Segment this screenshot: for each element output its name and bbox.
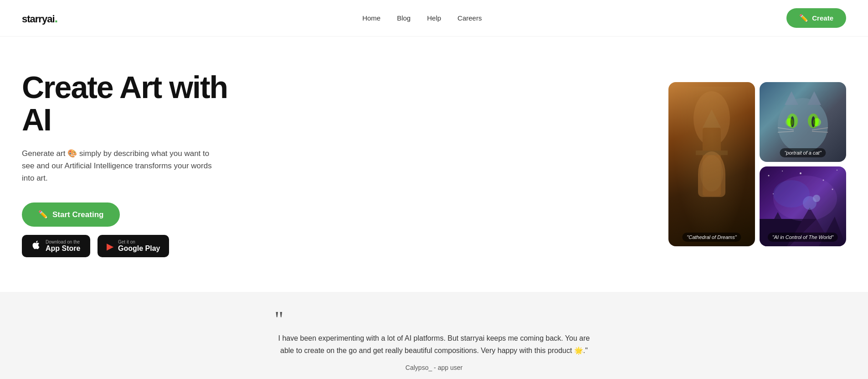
- hero-subtitle: Generate art 🎨 simply by describing what…: [22, 147, 213, 185]
- nav-home[interactable]: Home: [362, 14, 380, 22]
- start-creating-label: Start Creating: [52, 210, 103, 219]
- pencil-icon: ✏️: [799, 14, 808, 22]
- nav-careers[interactable]: Careers: [457, 14, 482, 22]
- store-buttons: Download on the App Store ▶ Get it on Go…: [22, 235, 259, 257]
- googleplay-small-label: Get it on: [118, 239, 160, 244]
- svg-marker-15: [807, 91, 821, 105]
- googleplay-big-label: Google Play: [118, 244, 160, 253]
- logo[interactable]: starryai.: [22, 11, 57, 26]
- quote-mark-open: ": [275, 314, 594, 325]
- hero-content: Create Art with AI Generate art 🎨 simply…: [22, 71, 259, 257]
- nav-create-button[interactable]: ✏️ Create: [786, 8, 846, 28]
- svg-marker-14: [785, 91, 798, 105]
- art-card-cathedral: "Cathedral of Dreams": [668, 82, 755, 246]
- art-grid: "Cathedral of Dreams" "portrait of a cat…: [668, 82, 846, 246]
- svg-point-9: [812, 116, 815, 127]
- art-label-space: "AI in Control of The World": [768, 233, 838, 242]
- google-play-button[interactable]: ▶ Get it on Google Play: [98, 235, 169, 257]
- testimonial-author: Calypso_ - app user: [22, 364, 846, 371]
- nav-blog[interactable]: Blog: [397, 14, 411, 22]
- svg-point-16: [768, 175, 770, 177]
- svg-point-5: [778, 98, 828, 153]
- art-label-cathedral: "Cathedral of Dreams": [682, 233, 741, 242]
- appstore-big-label: App Store: [46, 244, 80, 253]
- svg-point-20: [837, 170, 837, 171]
- testimonial-section: " I have been experimenting with a lot o…: [0, 292, 868, 379]
- app-store-button[interactable]: Download on the App Store: [22, 235, 90, 257]
- svg-point-17: [782, 171, 783, 171]
- nav-links: Home Blog Help Careers: [362, 14, 482, 22]
- hero-buttons: ✏️ Start Creating Download on the App St…: [22, 202, 259, 257]
- hero-title: Create Art with AI: [22, 71, 259, 136]
- play-icon: ▶: [107, 241, 113, 252]
- nav-help[interactable]: Help: [427, 14, 441, 22]
- art-card-space: "AI in Control of The World": [760, 166, 846, 246]
- svg-point-8: [791, 116, 794, 127]
- svg-point-18: [800, 172, 801, 174]
- hero-section: Create Art with AI Generate art 🎨 simply…: [0, 36, 868, 292]
- start-creating-button[interactable]: ✏️ Start Creating: [22, 202, 120, 227]
- testimonial-text: I have been experimenting with a lot of …: [275, 332, 594, 357]
- art-card-cat: "portrait of a cat": [760, 82, 846, 162]
- appstore-small-label: Download on the: [46, 239, 80, 244]
- navbar: starryai. Home Blog Help Careers ✏️ Crea…: [0, 0, 868, 36]
- art-label-cat: "portrait of a cat": [780, 148, 826, 157]
- apple-icon: [31, 240, 41, 253]
- logo-text: starryai.: [22, 13, 57, 25]
- svg-point-29: [813, 195, 820, 202]
- start-creating-icon: ✏️: [38, 210, 48, 219]
